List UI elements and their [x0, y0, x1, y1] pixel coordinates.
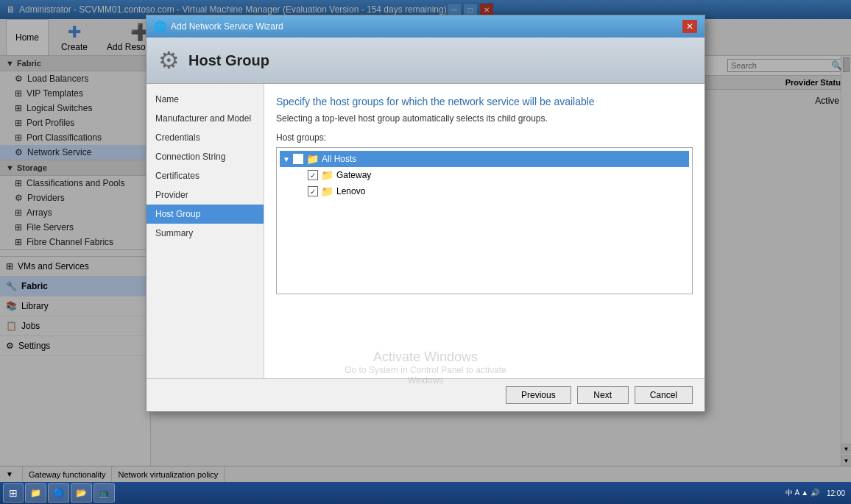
- modal-close-button[interactable]: ✕: [682, 20, 697, 33]
- taskbar-app-4[interactable]: 📺: [93, 483, 115, 503]
- taskbar-app-3[interactable]: 📂: [71, 483, 92, 503]
- lenovo-label: Lenovo: [336, 186, 365, 196]
- modal-header-title: Host Group: [188, 52, 269, 69]
- modal-content-title: Specify the host groups for which the ne…: [276, 96, 693, 107]
- host-tree-lenovo[interactable]: 📁 Lenovo: [280, 183, 689, 199]
- taskbar-app-1[interactable]: 📁: [25, 483, 46, 503]
- lenovo-checkbox[interactable]: [308, 186, 318, 196]
- modal-nav-summary[interactable]: Summary: [146, 224, 264, 243]
- lenovo-folder-icon: 📁: [321, 185, 333, 197]
- modal-dialog: 🌐 Add Network Service Wizard ✕ ⚙ Host Gr…: [146, 15, 705, 412]
- modal-footer: Activate Windows Go to System in Control…: [146, 378, 705, 411]
- gateway-checkbox[interactable]: [308, 170, 318, 180]
- gateway-label: Gateway: [336, 170, 371, 180]
- taskbar-time: 12:00: [824, 489, 848, 497]
- modal-body: Name Manufacturer and Model Credentials …: [146, 84, 705, 378]
- modal-overlay: 🌐 Add Network Service Wizard ✕ ⚙ Host Gr…: [0, 0, 851, 482]
- modal-nav-certificates[interactable]: Certificates: [146, 166, 264, 185]
- all-hosts-folder-icon: 📁: [306, 153, 319, 165]
- previous-button[interactable]: Previous: [506, 386, 571, 404]
- modal-nav-manufacturer[interactable]: Manufacturer and Model: [146, 109, 264, 128]
- modal-nav-connection-string[interactable]: Connection String: [146, 147, 264, 166]
- gateway-folder-icon: 📁: [321, 169, 333, 181]
- modal-nav-provider[interactable]: Provider: [146, 185, 264, 205]
- modal-header-icon: ⚙: [158, 46, 180, 74]
- host-group-tree: ▼ 📁 All Hosts 📁 Gateway: [276, 147, 693, 294]
- modal-header: ⚙ Host Group: [146, 38, 705, 84]
- modal-nav-credentials[interactable]: Credentials: [146, 128, 264, 147]
- all-hosts-checkbox[interactable]: [293, 154, 303, 164]
- modal-nav-host-group[interactable]: Host Group: [146, 205, 264, 224]
- modal-title-icon: 🌐: [154, 21, 166, 32]
- all-hosts-label: All Hosts: [322, 154, 356, 164]
- modal-content: Specify the host groups for which the ne…: [264, 84, 705, 378]
- modal-nav: Name Manufacturer and Model Credentials …: [146, 84, 264, 378]
- taskbar-app-2[interactable]: 🔵: [48, 483, 69, 503]
- next-button[interactable]: Next: [577, 386, 629, 404]
- expand-icon: ▼: [283, 155, 293, 163]
- cancel-button[interactable]: Cancel: [635, 386, 693, 404]
- start-button[interactable]: ⊞: [3, 483, 24, 503]
- modal-nav-name[interactable]: Name: [146, 90, 264, 109]
- modal-title-bar: 🌐 Add Network Service Wizard ✕: [146, 15, 705, 38]
- host-tree-all-hosts[interactable]: ▼ 📁 All Hosts: [280, 151, 689, 167]
- host-groups-label: Host groups:: [276, 132, 693, 143]
- modal-content-subtitle: Selecting a top-level host group automat…: [276, 113, 693, 124]
- taskbar-tray: 中 A ▲ 🔊: [785, 488, 819, 498]
- taskbar: ⊞ 📁 🔵 📂 📺 中 A ▲ 🔊 12:00: [0, 482, 851, 504]
- modal-title: Add Network Service Wizard: [171, 21, 283, 32]
- host-tree-gateway[interactable]: 📁 Gateway: [280, 167, 689, 183]
